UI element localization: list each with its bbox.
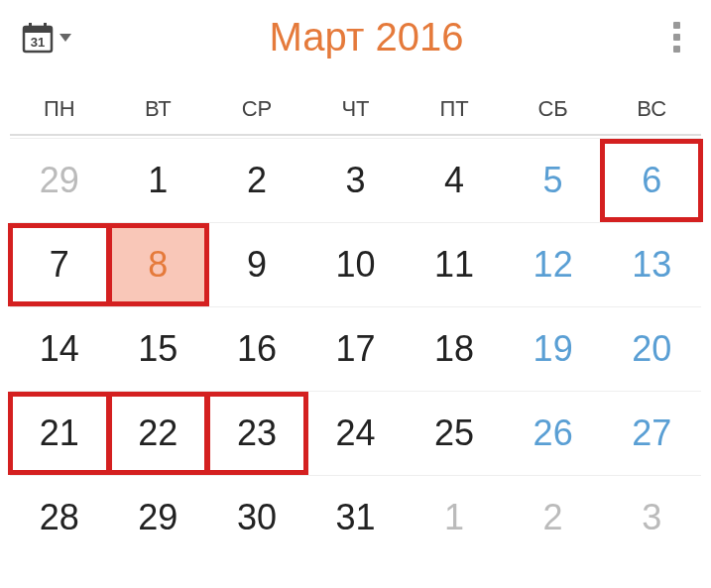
day-number: 1 [444, 497, 464, 538]
day-cell[interactable]: 1 [405, 475, 504, 559]
svg-rect-1 [24, 27, 52, 33]
day-cell[interactable]: 25 [405, 391, 504, 475]
day-number: 16 [237, 328, 277, 370]
menu-dot-icon [673, 34, 680, 41]
day-number: 24 [335, 412, 375, 454]
day-cell[interactable]: 3 [602, 475, 701, 559]
day-cell[interactable]: 15 [109, 306, 208, 391]
day-number: 19 [533, 328, 573, 370]
day-number: 23 [237, 412, 277, 454]
weekday-header-row: ПН ВТ СР ЧТ ПТ СБ ВС [10, 84, 701, 136]
day-cell[interactable]: 11 [405, 222, 504, 306]
day-number: 27 [632, 412, 671, 454]
day-cell[interactable]: 24 [306, 391, 406, 475]
weekday-label: СР [207, 84, 306, 134]
day-cell[interactable]: 28 [10, 475, 109, 559]
day-cell[interactable]: 18 [405, 306, 504, 391]
month-year-title[interactable]: Март 2016 [71, 15, 661, 59]
day-cell[interactable]: 19 [504, 306, 603, 391]
day-number: 3 [345, 160, 365, 201]
day-number: 2 [247, 160, 267, 201]
svg-rect-3 [44, 23, 47, 30]
day-cell[interactable]: 26 [504, 391, 603, 475]
day-number: 26 [533, 412, 573, 454]
day-number: 6 [642, 160, 661, 201]
day-number: 12 [533, 244, 573, 286]
calendar-grid: 2912345678910111213141516171819202122232… [10, 138, 701, 559]
day-number: 29 [138, 497, 178, 538]
day-number: 17 [335, 328, 375, 370]
day-cell[interactable]: 4 [405, 138, 504, 222]
day-cell[interactable]: 17 [306, 306, 406, 391]
day-cell[interactable]: 29 [109, 475, 208, 559]
day-number: 31 [335, 497, 375, 538]
day-number: 7 [50, 244, 69, 286]
day-number: 25 [434, 412, 474, 454]
day-number: 14 [40, 328, 79, 370]
weekday-label: ЧТ [306, 84, 406, 134]
day-number: 8 [148, 244, 168, 286]
day-cell[interactable]: 3 [306, 138, 406, 222]
day-cell[interactable]: 2 [504, 475, 603, 559]
day-number: 29 [40, 160, 79, 201]
day-cell[interactable]: 5 [504, 138, 603, 222]
day-cell[interactable]: 14 [10, 306, 109, 391]
day-cell[interactable]: 12 [504, 222, 603, 306]
day-number: 5 [543, 160, 563, 201]
day-number: 10 [335, 244, 375, 286]
day-cell[interactable]: 9 [207, 222, 306, 306]
svg-rect-2 [29, 23, 32, 30]
more-options-button[interactable] [661, 20, 691, 56]
day-cell[interactable]: 23 [207, 391, 306, 475]
day-cell[interactable]: 8 [109, 222, 208, 306]
day-number: 21 [40, 412, 79, 454]
weekday-label: СБ [504, 84, 603, 134]
day-cell[interactable]: 30 [207, 475, 306, 559]
weekday-label: ВС [602, 84, 701, 134]
day-number: 28 [40, 497, 79, 538]
day-number: 18 [434, 328, 474, 370]
day-cell[interactable]: 20 [602, 306, 701, 391]
day-cell[interactable]: 22 [109, 391, 208, 475]
svg-text:31: 31 [31, 35, 45, 50]
day-cell[interactable]: 1 [109, 138, 208, 222]
day-cell[interactable]: 27 [602, 391, 701, 475]
day-number: 22 [138, 412, 178, 454]
day-number: 11 [434, 244, 474, 286]
chevron-down-icon [59, 34, 71, 42]
day-number: 15 [138, 328, 178, 370]
day-cell[interactable]: 6 [602, 138, 701, 222]
day-cell[interactable]: 29 [10, 138, 109, 222]
day-number: 1 [148, 160, 168, 201]
day-cell[interactable]: 31 [306, 475, 406, 559]
menu-dot-icon [673, 22, 680, 29]
day-number: 20 [632, 328, 671, 370]
day-number: 13 [632, 244, 671, 286]
weekday-label: ПН [10, 84, 109, 134]
day-cell[interactable]: 16 [207, 306, 306, 391]
calendar-header: 31 Март 2016 [10, 15, 701, 59]
day-cell[interactable]: 7 [10, 222, 109, 306]
day-number: 9 [247, 244, 267, 286]
day-number: 4 [444, 160, 464, 201]
day-cell[interactable]: 2 [207, 138, 306, 222]
weekday-label: ВТ [109, 84, 208, 134]
menu-dot-icon [673, 46, 680, 53]
day-cell[interactable]: 21 [10, 391, 109, 475]
day-cell[interactable]: 13 [602, 222, 701, 306]
weekday-label: ПТ [405, 84, 504, 134]
calendar-icon: 31 [20, 20, 56, 56]
day-cell[interactable]: 10 [306, 222, 406, 306]
calendar-picker-button[interactable]: 31 [20, 20, 71, 56]
day-number: 30 [237, 497, 277, 538]
day-number: 2 [543, 497, 563, 538]
day-number: 3 [642, 497, 661, 538]
